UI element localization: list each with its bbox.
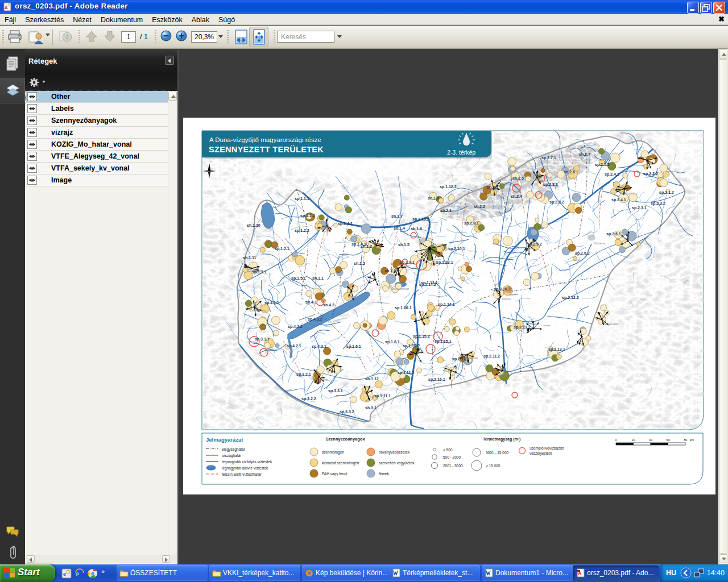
svg-text:sp.1.1.1: sp.1.1.1 [295, 197, 309, 201]
svg-text:sp.1.9.1: sp.1.9.1 [400, 260, 415, 265]
svg-text:sh.1.8: sh.1.8 [428, 196, 439, 200]
svg-text:sp.2.3.1: sp.2.3.1 [632, 206, 647, 210]
svg-text:Kaposvár: Kaposvár [317, 379, 329, 381]
svg-text:80: 80 [684, 438, 687, 442]
svg-text:országhatár: országhatár [222, 454, 242, 458]
svg-text:sh.2.5: sh.2.5 [512, 176, 524, 180]
svg-text:sp.3.2.1: sp.3.2.1 [296, 372, 311, 377]
svg-text:legnagyobb vízfolyás víztestek: legnagyobb vízfolyás víztestek [222, 460, 272, 464]
svg-text:Szennyezőanyagok: Szennyezőanyagok [325, 436, 365, 442]
svg-text:sh.1.1: sh.1.1 [312, 276, 324, 280]
svg-text:Székesfehérvár: Székesfehérvár [391, 288, 410, 290]
svg-text:km: km [690, 438, 694, 442]
svg-text:sp.2.7.1: sp.2.7.1 [541, 156, 556, 160]
svg-text:sp.1.5.1: sp.1.5.1 [291, 276, 306, 281]
svg-text:sh.1.7: sh.1.7 [391, 214, 403, 218]
svg-text:sp.1.10.2: sp.1.10.2 [403, 344, 420, 348]
svg-text:sp.1.8.1: sp.1.8.1 [385, 340, 400, 344]
svg-text:sp.1.15.2: sp.1.15.2 [413, 334, 430, 339]
svg-text:A Duna-vízgyűjtő magyarországi: A Duna-vízgyűjtő magyarországi része [209, 136, 321, 143]
svg-text:sp.2.11.1: sp.2.11.1 [452, 357, 469, 361]
svg-text:e: e [63, 570, 66, 577]
svg-text:sp.2.5.2: sp.2.5.2 [595, 163, 610, 167]
svg-text:sp.1.3.1: sp.1.3.1 [252, 270, 267, 275]
svg-text:sp.1.12.2: sp.1.12.2 [440, 185, 457, 189]
svg-text:sp.3.3.2: sp.3.3.2 [340, 410, 354, 414]
svg-text:Veszprém: Veszprém [348, 296, 359, 298]
svg-text:sp.1.4.2: sp.1.4.2 [338, 222, 353, 226]
svg-text:Zalaegerszeg: Zalaegerszeg [250, 309, 266, 312]
svg-text:60: 60 [666, 438, 669, 442]
svg-text:Debrecen: Debrecen [594, 242, 606, 245]
svg-text:sh.2.7: sh.2.7 [579, 152, 590, 156]
svg-text:sp.2.9.2: sp.2.9.2 [527, 242, 542, 247]
svg-text:Nyíregyháza: Nyíregyháza [620, 192, 635, 195]
svg-text:sp.2.13.1: sp.2.13.1 [548, 347, 565, 352]
svg-text:sp.2.2.2: sp.2.2.2 [643, 172, 658, 176]
svg-text:Budapest: Budapest [424, 252, 435, 255]
svg-text:sp.1.16.2: sp.1.16.2 [412, 217, 429, 222]
svg-text:sh.4.2: sh.4.2 [323, 303, 334, 307]
svg-text:sp.1.13.1: sp.1.13.1 [421, 281, 438, 285]
svg-text:sh.2.2: sh.2.2 [474, 205, 485, 209]
svg-text:felszín alatti víztesthatár: felszín alatti víztesthatár [222, 472, 262, 476]
svg-text:sp.3.3.1: sp.3.3.1 [328, 389, 343, 393]
svg-text:sh.1.12: sh.1.12 [365, 377, 379, 381]
svg-text:2-3. térkép: 2-3. térkép [447, 149, 475, 156]
svg-text:üzemelő ivóvízbázist: üzemelő ivóvízbázist [530, 446, 564, 450]
svg-text:5001 - 15 000: 5001 - 15 000 [486, 451, 509, 455]
svg-text:szénhidrogén: szénhidrogén [322, 450, 344, 455]
svg-text:sp.2.11.2: sp.2.11.2 [483, 354, 500, 359]
svg-text:sp.1.15.1: sp.1.15.1 [435, 339, 452, 344]
svg-text:sh.2.6: sh.2.6 [564, 170, 575, 174]
svg-text:sh.2.1: sh.2.1 [440, 209, 452, 213]
svg-text:sp.1.14.1: sp.1.14.1 [438, 302, 455, 307]
svg-text:sp.2.4.1: sp.2.4.1 [611, 198, 626, 202]
svg-text:sp.2.13.2: sp.2.13.2 [514, 325, 531, 330]
svg-text:sh.1.5: sh.1.5 [398, 243, 410, 247]
svg-text:sh.2.4: sh.2.4 [511, 194, 522, 198]
svg-text:Szeged: Szeged [498, 373, 507, 376]
svg-text:sp.2.10.1: sp.2.10.1 [448, 247, 465, 251]
svg-text:> 15 000: > 15 000 [486, 464, 500, 468]
svg-text:sp.2.6.2: sp.2.6.2 [575, 251, 590, 256]
svg-text:sp.2.8.1: sp.2.8.1 [543, 182, 558, 187]
svg-text:klórozott szénhidrogén: klórozott szénhidrogén [322, 461, 359, 465]
svg-text:sh.4.1: sh.4.1 [305, 300, 317, 304]
svg-text:sp.1.11.2: sp.1.11.2 [398, 371, 414, 375]
svg-text:< 500: < 500 [443, 448, 453, 452]
svg-text:Miskolc: Miskolc [535, 178, 544, 181]
svg-text:Békéscsaba: Békéscsaba [604, 323, 618, 326]
svg-text:sp.2.12.2: sp.2.12.2 [562, 296, 579, 300]
svg-text:sh.1.6: sh.1.6 [411, 227, 422, 231]
svg-text:Győr: Győr [323, 225, 329, 228]
svg-text:sh.3.1: sh.3.1 [365, 406, 377, 410]
svg-text:sp.1.2.1: sp.1.2.1 [275, 247, 289, 251]
svg-text:fémek: fémek [379, 472, 389, 476]
svg-text:sp.1.11.1: sp.1.11.1 [374, 394, 391, 398]
svg-text:sp.1.13.1: sp.1.13.1 [436, 260, 453, 265]
svg-text:sp.4.3.1: sp.4.3.1 [312, 344, 326, 349]
svg-text:sp.4.1.1: sp.4.1.1 [264, 301, 279, 305]
svg-text:sp.4.2.1: sp.4.2.1 [287, 344, 301, 348]
svg-text:veszélyeztető: veszélyeztető [530, 451, 552, 456]
svg-text:sh.2.3: sh.2.3 [487, 185, 498, 189]
svg-text:sp.2.3.2: sp.2.3.2 [651, 201, 665, 206]
svg-text:sp.2.8.2: sp.2.8.2 [549, 200, 564, 205]
svg-text:sp.1.16.1: sp.1.16.1 [395, 306, 412, 310]
svg-text:2001 - 5000: 2001 - 5000 [443, 464, 463, 468]
svg-text:sp.3.2.2: sp.3.2.2 [301, 397, 316, 401]
svg-text:sh.1.4: sh.1.4 [394, 226, 405, 230]
svg-text:SZENNYEZETT TERÜLETEK: SZENNYEZETT TERÜLETEK [209, 145, 324, 154]
svg-text:Jelmagyarázat: Jelmagyarázat [206, 436, 243, 443]
svg-text:sp.1.2.2: sp.1.2.2 [295, 228, 309, 233]
svg-text:növényvédőszerek: növényvédőszerek [379, 450, 410, 455]
svg-text:sp.1.6.1: sp.1.6.1 [346, 344, 361, 349]
svg-text:sh.1.11: sh.1.11 [243, 256, 256, 260]
svg-text:500 - 2000: 500 - 2000 [443, 455, 461, 459]
svg-text:sp.2.6.1: sp.2.6.1 [606, 232, 621, 236]
svg-text:sh.1.10: sh.1.10 [247, 223, 260, 227]
svg-text:szervetlen vegyületek: szervetlen vegyületek [379, 461, 415, 465]
svg-text:sp.2.4.2: sp.2.4.2 [605, 172, 619, 177]
svg-text:sp.2.9.1: sp.2.9.1 [464, 221, 479, 226]
